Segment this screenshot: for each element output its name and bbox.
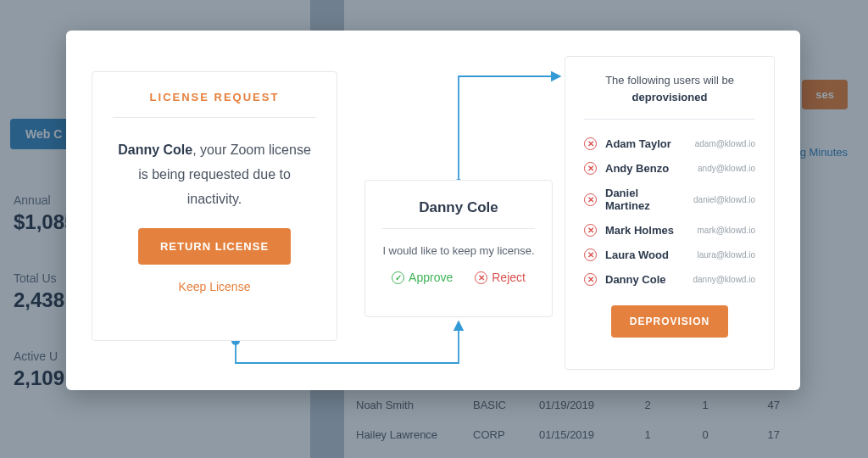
reject-label: Reject — [492, 271, 526, 284]
close-icon: ✕ — [584, 273, 597, 286]
user-email: adam@klowd.io — [695, 139, 755, 148]
reject-button[interactable]: ✕ Reject — [475, 271, 526, 284]
heading-pre: The following users will be — [605, 74, 734, 87]
user-name: Adam Taylor — [605, 137, 687, 150]
close-icon: ✕ — [584, 137, 597, 150]
list-item: ✕Danny Coledanny@klowd.io — [584, 267, 755, 292]
approve-button[interactable]: ✓ Approve — [392, 271, 453, 284]
deprovision-card: The following users will be deprovisione… — [565, 56, 775, 370]
close-icon: ✕ — [584, 249, 597, 261]
close-icon: ✕ — [584, 193, 597, 206]
user-email: daniel@klowd.io — [693, 195, 755, 204]
list-item: ✕Andy Benzoandy@klowd.io — [584, 156, 755, 181]
workflow-modal: LICENSE REQUEST Danny Cole, your Zoom li… — [66, 31, 800, 390]
user-name: Laura Wood — [605, 249, 688, 261]
close-icon: ✕ — [584, 162, 597, 175]
user-name: Andy Benzo — [605, 162, 689, 175]
request-message: I would like to keep my license. — [382, 229, 535, 271]
list-item: ✕Mark Holmesmark@klowd.io — [584, 218, 755, 243]
user-email: andy@klowd.io — [698, 164, 755, 173]
requester-name: Danny Cole — [118, 142, 192, 157]
user-email: danny@klowd.io — [693, 275, 755, 284]
list-item: ✕Adam Tayloradam@klowd.io — [584, 131, 755, 156]
close-icon: ✕ — [475, 271, 487, 284]
user-email: laura@klowd.io — [697, 250, 755, 260]
list-item: ✕Daniel Martinezdaniel@klowd.io — [584, 181, 755, 218]
check-icon: ✓ — [392, 271, 404, 284]
approval-actions: ✓ Approve ✕ Reject — [382, 271, 535, 284]
close-icon: ✕ — [584, 224, 597, 237]
license-request-heading: LICENSE REQUEST — [113, 72, 316, 118]
license-request-card: LICENSE REQUEST Danny Cole, your Zoom li… — [92, 71, 337, 341]
keep-license-link[interactable]: Keep License — [113, 280, 316, 293]
return-license-button[interactable]: RETURN LICENSE — [138, 228, 291, 265]
requester-name: Danny Cole — [382, 181, 535, 229]
approval-card: Danny Cole I would like to keep my licen… — [364, 180, 553, 317]
heading-bold: deprovisioned — [632, 91, 708, 103]
user-name: Danny Cole — [605, 273, 684, 286]
deprovision-heading: The following users will be deprovisione… — [584, 57, 755, 120]
deprovision-user-list: ✕Adam Tayloradam@klowd.io✕Andy Benzoandy… — [584, 131, 755, 292]
deprovision-button[interactable]: DEPROVISION — [611, 305, 728, 338]
list-item: ✕Laura Woodlaura@klowd.io — [584, 243, 755, 267]
license-request-message: Danny Cole, your Zoom license is being r… — [113, 118, 316, 228]
user-email: mark@klowd.io — [697, 226, 755, 235]
approve-label: Approve — [409, 271, 453, 284]
user-name: Mark Holmes — [605, 224, 688, 237]
user-name: Daniel Martinez — [605, 187, 685, 212]
